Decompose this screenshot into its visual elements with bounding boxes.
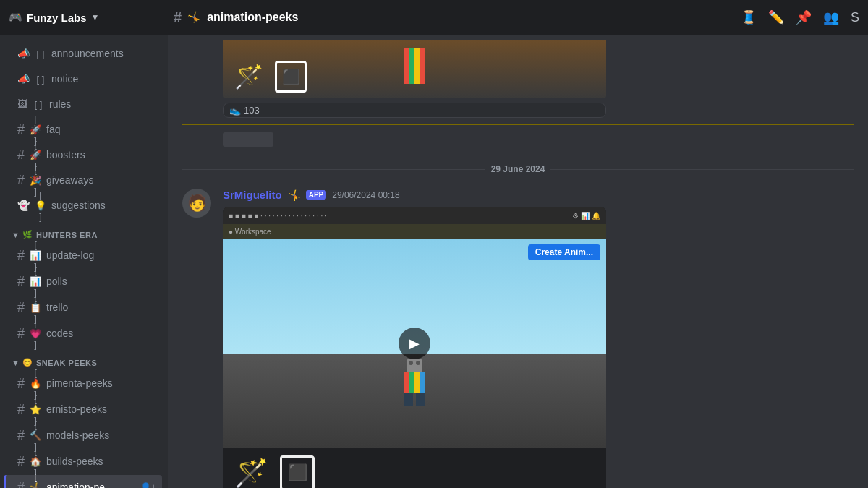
messages-list: 🪄 ⬛ 👟 103 [168,35,868,488]
message-srmiguelito: 🧑 SrMiguelito 🤸 APP 29/06/2024 00:18 [168,186,868,488]
channel-label: suggestions [51,200,106,211]
video-logos: 🪄 ⬛ [234,61,307,93]
body-seg1 [404,372,409,393]
section-sneak-peeks[interactable]: ▼ 😊 SNEAK PEEKS [0,346,168,370]
pin-icon[interactable]: 📌 [796,9,812,25]
channel-label: announcements [51,48,124,59]
section-label: HUNTERS ERA [36,231,98,239]
char-eye-left [409,361,413,365]
sidebar-item-ernisto-peeks[interactable]: # [ ⭐ ] ernisto-peeks [6,397,162,421]
hash-icon: # [17,402,25,417]
partial-message-top: 🪄 ⬛ 👟 103 [168,35,868,118]
divider-bar [182,124,854,125]
section-emoji: 😊 [22,358,33,367]
video-partial-top: 🪄 ⬛ [223,40,606,98]
input-placeholder-bar [223,132,273,147]
channel-label: ernisto-peeks [46,403,107,415]
hash-icon: # [17,122,25,137]
channel-name-header: animation-peeks [207,11,298,24]
separator-line-left [182,169,485,170]
ghost-icon: 👻 [17,200,30,211]
channel-emoji-icon: 🤸 [187,11,201,24]
channel-label: trello [46,301,68,313]
sidebar-item-announcements[interactable]: 📣 [ ] announcements [6,41,162,66]
server-icon: 🎮 [9,11,22,24]
members-icon[interactable]: 👥 [823,9,839,25]
studio-breadcrumb: ● Workspace [223,224,606,239]
sidebar-item-notice[interactable]: 📣 [ ] notice [6,67,162,91]
thread-icon[interactable]: 🧵 [741,9,757,25]
create-anim-button[interactable]: Create Anim... [528,244,600,260]
sidebar-item-polls[interactable]: # [ 📊 ] polls [6,269,162,294]
hash-icon: # [17,454,25,469]
sidebar-item-update-log[interactable]: # [ 📊 ] update-log [6,243,162,267]
divider-input-area [168,131,868,153]
title-bar: 🎮 Funzy Labs ▼ # 🤸 animation-peeks 🧵 ✏️ … [0,0,868,35]
add-member-icon[interactable]: 👤+ [140,482,156,488]
reaction-emoji: 👟 [229,105,241,116]
char-body [404,372,425,393]
hash-icon: # [17,248,25,263]
reaction-count: 103 [244,105,260,116]
channel-header: # 🤸 animation-peeks [174,9,735,26]
sidebar-item-suggestions[interactable]: 👻 [ 💡 ] suggestions [6,193,162,218]
message-body-srmiguelito: SrMiguelito 🤸 APP 29/06/2024 00:18 ■ ■ ■… [223,189,854,488]
channel-hash-icon: # [174,9,182,26]
timestamp-label: 29/06/2024 00:18 [332,190,399,200]
channel-label: polls [46,275,67,287]
sidebar-item-giveaways[interactable]: # [ 🎉 ] giveaways [6,168,162,192]
chevron-down-icon: ▼ [91,12,100,22]
channel-label: update-log [46,249,94,261]
sidebar: 📣 [ ] announcements 📣 [ ] notice 🖼 [ ] r… [0,35,168,488]
sidebar-item-codes[interactable]: # [ 💗 ] codes [6,321,162,346]
video-topbar: ■ ■ ■ ■ ■ · · · · · · · · · · · · · · · … [223,207,606,224]
message-header: SrMiguelito 🤸 APP 29/06/2024 00:18 [223,189,854,201]
snake-logo-icon: 🪄 [234,65,263,88]
video-main-area: Create Anim... [223,239,606,448]
date-separator-text: 29 June 2024 [491,164,545,174]
bracket-icon: [ ] [34,74,47,85]
search-icon[interactable]: S [851,10,859,25]
sidebar-item-builds-peeks[interactable]: # [ 🏠 ] builds-peeks [6,449,162,474]
section-hunters-era[interactable]: ▼ 🌿 HUNTERS ERA [0,218,168,242]
app: 🎮 Funzy Labs ▼ # 🤸 animation-peeks 🧵 ✏️ … [0,0,868,488]
sidebar-item-pimenta-peeks[interactable]: # [ 🔥 ] pimenta-peeks [6,371,162,395]
hash-icon: # [17,326,25,341]
hash-icon: # [17,428,25,443]
studio-right-icons: ⚙ 📊 🔔 [572,212,600,220]
hash-icon: # [17,173,25,188]
message-row: 🪄 ⬛ 👟 103 [182,40,854,118]
sidebar-item-trello[interactable]: # [ 📋 ] trello [6,295,162,320]
channel-label: boosters [46,149,85,160]
snake-wand-icon: 🪄 [234,459,268,487]
arrow-icon: ▼ [12,231,20,239]
separator-line-right [550,169,854,170]
channel-label: animation-pe... [46,481,114,488]
badge-emoji: 🤸 [288,189,300,201]
char-leg-left [404,393,413,406]
bracket-icon: [ 💗 ] [29,317,42,350]
char-head [407,359,422,372]
reaction-shoe-103[interactable]: 👟 103 [223,103,606,118]
char-eye-right [416,361,420,365]
char-leg-right [416,393,425,406]
reactions-row: 👟 103 [223,103,606,118]
edit-icon[interactable]: ✏️ [768,9,784,25]
date-separator: 29 June 2024 [168,153,868,186]
sidebar-item-models-peeks[interactable]: # [ 🔨 ] models-peeks [6,423,162,448]
message-body: 🪄 ⬛ 👟 103 [223,40,606,118]
hash-icon: # [17,300,25,315]
hash-icon: # [17,274,25,289]
bracket-icon: [ ] [34,48,47,59]
body-seg3 [414,372,420,393]
server-name[interactable]: 🎮 Funzy Labs ▼ [9,11,168,24]
sidebar-item-animation-peeks[interactable]: # [ 🤸 ] animation-pe... 👤+ [4,475,162,488]
section-emoji: 🌿 [22,230,33,239]
character-top-partial [404,48,425,84]
play-button[interactable]: ▶ [399,328,430,359]
megaphone-icon: 📣 [17,73,30,85]
char-legs [404,393,425,406]
studio-toolbar-text: ■ ■ ■ ■ ■ · · · · · · · · · · · · · · · … [229,212,327,220]
bracket-icon: [ 💡 ] [34,189,47,222]
video-embed: ■ ■ ■ ■ ■ · · · · · · · · · · · · · · · … [223,207,606,488]
